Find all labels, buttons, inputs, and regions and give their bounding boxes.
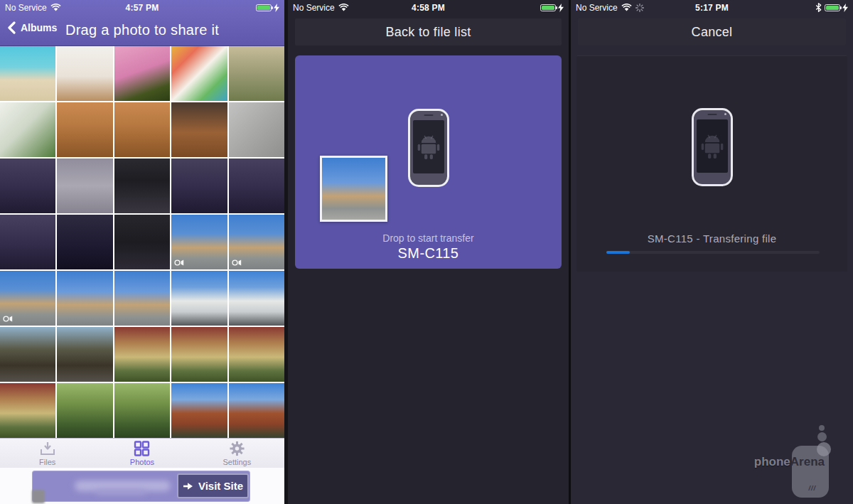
- left-header: No Service 4:57 PM Drag a photo to share…: [0, 0, 284, 46]
- arrow-right-icon: [183, 482, 193, 490]
- battery-icon: [256, 4, 272, 11]
- thumb-park-statue-1[interactable]: [57, 383, 112, 438]
- video-camera-badge-icon: [232, 259, 242, 267]
- thumb-folder-screenshot[interactable]: [57, 159, 112, 213]
- thumb-cathedral-video-2[interactable]: [229, 215, 284, 269]
- thumb-dogs-and-cat[interactable]: [57, 46, 112, 101]
- thumb-homescreen-2[interactable]: [171, 159, 227, 213]
- thumb-white-building-1[interactable]: [171, 271, 227, 326]
- thumb-white-building-2[interactable]: [229, 271, 284, 326]
- thumb-red-building-2[interactable]: [229, 383, 284, 438]
- thumb-metal-rail[interactable]: [229, 102, 284, 157]
- thumb-cafe-kiosk-1[interactable]: [114, 327, 170, 382]
- thumb-cathedral-video-3[interactable]: [0, 271, 55, 326]
- thumb-homescreen-3[interactable]: [229, 159, 284, 213]
- transfer-card: SM-C115 - Transfering file: [576, 55, 847, 272]
- clock-label: 5:17 PM: [675, 3, 749, 13]
- thumb-homescreen-4[interactable]: [0, 215, 55, 269]
- photos-picker-screen: No Service 4:57 PM Drag a photo to share…: [0, 0, 284, 504]
- tab-bar: Files Photos Settings: [0, 438, 284, 468]
- battery-icon: [825, 4, 840, 11]
- tab-photos[interactable]: Photos: [95, 439, 189, 468]
- left-nav-bar: Drag a photo to share it Albums: [0, 15, 284, 45]
- dragged-photo-thumbnail[interactable]: [320, 156, 387, 222]
- carrier-label: No Service: [576, 3, 618, 13]
- wifi-icon: [338, 4, 349, 11]
- watermark-bubble-small: [819, 425, 825, 431]
- thumb-cafe-kiosk-4[interactable]: [0, 383, 55, 438]
- android-phone-icon: [408, 109, 449, 187]
- thumb-cathedral-1[interactable]: [57, 271, 112, 326]
- thumb-coffee-mug[interactable]: [57, 102, 112, 157]
- back-to-file-list-button[interactable]: Back to file list: [295, 18, 562, 45]
- thumb-coffee-mug-2[interactable]: [114, 102, 170, 157]
- network-activity-spinner-icon: [635, 4, 644, 12]
- ad-banner-strip: Visit Site: [0, 468, 284, 504]
- device-name-label: SM-C115: [295, 245, 562, 262]
- tab-photos-label: Photos: [130, 458, 154, 466]
- battery-icon: [540, 4, 556, 11]
- wifi-icon: [50, 4, 61, 11]
- tab-files[interactable]: Files: [0, 439, 95, 468]
- thumb-family[interactable]: [229, 46, 284, 101]
- thumb-cathedral-2[interactable]: [114, 271, 170, 326]
- watermark-logo-text: phoneArena: [754, 455, 825, 469]
- thumb-notification-screenshot-2[interactable]: [114, 215, 170, 269]
- ad-banner[interactable]: Visit Site: [32, 471, 250, 502]
- download-icon: [39, 441, 56, 456]
- thumb-white-tiger[interactable]: [0, 102, 55, 157]
- progress-fill: [606, 251, 630, 254]
- android-robot-icon: [700, 132, 724, 161]
- gear-icon: [229, 441, 245, 456]
- thumb-notification-screenshot[interactable]: [114, 159, 170, 213]
- visit-site-button[interactable]: Visit Site: [177, 473, 249, 498]
- grid-icon: [134, 441, 150, 456]
- thumb-cafe-kiosk-3[interactable]: [229, 327, 284, 382]
- transfer-progress-screen: No Service 5:17 PM Cancel SM-C115 - Tran…: [569, 0, 853, 504]
- wifi-icon: [621, 4, 632, 11]
- phonearena-watermark: phoneArena ///: [752, 424, 844, 499]
- carrier-label: No Service: [293, 3, 335, 13]
- albums-back-button[interactable]: Albums: [7, 21, 57, 34]
- tab-settings[interactable]: Settings: [190, 439, 284, 468]
- watermark-bubble-large: [817, 442, 831, 456]
- thumb-wooden-desk[interactable]: [171, 102, 227, 157]
- transfer-status-label: SM-C115 - Transfering file: [576, 232, 847, 245]
- charging-bolt-icon: [274, 4, 279, 12]
- ad-blurred-logo: [32, 490, 45, 503]
- thumb-park-statue-2[interactable]: [114, 383, 170, 438]
- thumb-cathedral-video-1[interactable]: [171, 215, 227, 269]
- thumb-night-sky-screenshot[interactable]: [57, 215, 112, 269]
- video-camera-badge-icon: [3, 315, 13, 323]
- clock-label: 4:57 PM: [104, 3, 180, 13]
- back-label: Albums: [21, 22, 57, 33]
- tab-files-label: Files: [39, 458, 55, 466]
- tab-settings-label: Settings: [222, 458, 251, 466]
- ad-blurred-subtext: [96, 489, 146, 495]
- watermark-phone-shape: [792, 446, 829, 498]
- thumb-colored-pencils[interactable]: [171, 46, 227, 101]
- drop-hint-label: Drop to start transfer: [295, 232, 562, 244]
- charging-bolt-icon: [842, 4, 848, 12]
- thumb-pink-flowers[interactable]: [114, 46, 170, 101]
- cancel-button[interactable]: Cancel: [578, 18, 846, 45]
- progress-bar: [606, 251, 820, 254]
- clock-label: 4:58 PM: [392, 3, 464, 13]
- drop-zone[interactable]: Drop to start transfer SM-C115: [295, 55, 562, 269]
- photo-grid: [0, 46, 284, 438]
- watermark-bubble-medium: [817, 432, 827, 441]
- thumb-shaded-park-2[interactable]: [57, 327, 112, 382]
- thumb-beach-cocktail[interactable]: [0, 46, 55, 101]
- android-phone-icon: [692, 108, 733, 186]
- thumb-red-building-1[interactable]: [171, 383, 227, 438]
- watermark-marks: ///: [808, 485, 816, 492]
- middle-status-bar: No Service 4:58 PM: [288, 0, 569, 15]
- video-camera-badge-icon: [174, 259, 184, 267]
- left-status-bar: No Service 4:57 PM: [0, 0, 284, 15]
- right-status-bar: No Service 5:17 PM: [571, 0, 853, 15]
- thumb-shaded-park-1[interactable]: [0, 327, 55, 382]
- visit-site-label: Visit Site: [198, 480, 243, 492]
- thumb-homescreen-1[interactable]: [0, 159, 55, 213]
- chevron-left-icon: [7, 21, 16, 34]
- thumb-cafe-kiosk-2[interactable]: [171, 327, 227, 382]
